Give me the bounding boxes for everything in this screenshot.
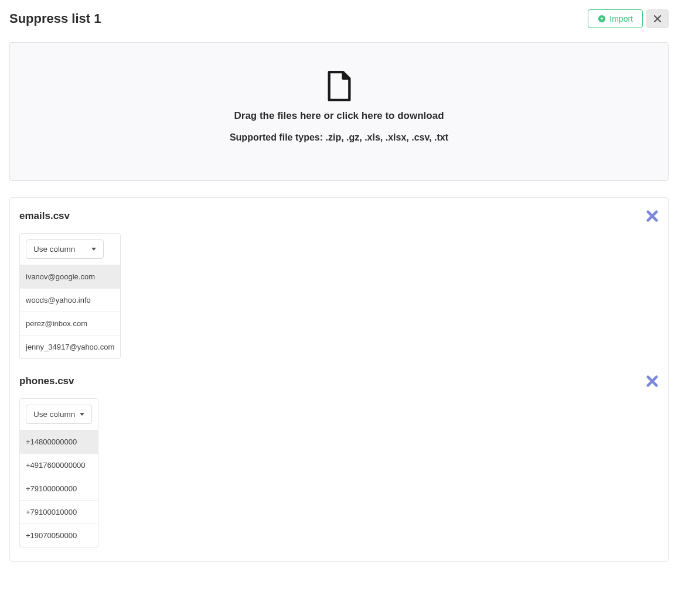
file-name: phones.csv [19, 375, 74, 387]
use-column-label: Use column [33, 410, 75, 419]
files-panel: emails.csv Use column ivanov@google.com … [9, 197, 669, 562]
column-table: Use column +14800000000 +4917600000000 +… [19, 398, 98, 547]
import-button[interactable]: Import [588, 9, 643, 28]
file-section-emails: emails.csv Use column ivanov@google.com … [19, 210, 659, 361]
column-header: Use column [20, 234, 120, 265]
table-row: +14800000000 [20, 430, 98, 454]
page-title: Suppress list 1 [9, 11, 101, 26]
dropzone-main-text: Drag the files here or click here to dow… [22, 110, 656, 122]
column-header: Use column [20, 399, 98, 430]
table-row: woods@yahoo.info [20, 289, 120, 312]
use-column-dropdown[interactable]: Use column [26, 405, 92, 424]
table-row: +19070050000 [20, 524, 98, 547]
file-section-phones: phones.csv Use column +14800000000 +4917… [19, 375, 659, 549]
caret-down-icon [80, 413, 84, 416]
upload-icon [598, 15, 606, 23]
close-button[interactable] [646, 9, 669, 28]
table-row: +4917600000000 [20, 454, 98, 477]
file-dropzone[interactable]: Drag the files here or click here to dow… [9, 42, 669, 181]
import-label: Import [609, 14, 633, 23]
table-row: +79100000000 [20, 477, 98, 501]
use-column-dropdown[interactable]: Use column [26, 239, 104, 259]
dropzone-sub-text: Supported file types: .zip, .gz, .xls, .… [22, 132, 656, 143]
caret-down-icon [91, 248, 96, 251]
close-icon [654, 15, 661, 22]
remove-file-icon[interactable] [646, 375, 659, 388]
table-row: +79100010000 [20, 501, 98, 524]
column-table: Use column ivanov@google.com woods@yahoo… [19, 233, 121, 359]
table-row: ivanov@google.com [20, 265, 120, 289]
file-name: emails.csv [19, 210, 70, 222]
table-row: perez@inbox.com [20, 312, 120, 336]
page-header: Suppress list 1 Import [9, 9, 669, 28]
file-icon [326, 71, 352, 101]
table-row: jenny_34917@yahoo.com [20, 336, 120, 358]
header-actions: Import [588, 9, 669, 28]
remove-file-icon[interactable] [646, 210, 659, 223]
use-column-label: Use column [33, 245, 75, 254]
